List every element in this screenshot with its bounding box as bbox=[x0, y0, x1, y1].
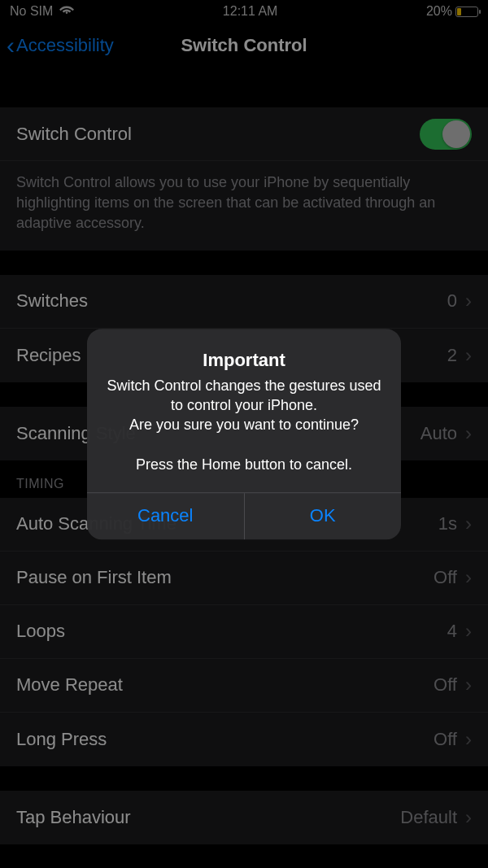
page-title: Switch Control bbox=[181, 35, 307, 56]
chevron-left-icon: ‹ bbox=[7, 33, 15, 58]
loops-row[interactable]: Loops 4 › bbox=[0, 605, 488, 659]
alert-title: Important bbox=[105, 350, 383, 371]
long-press-value: Off bbox=[434, 729, 457, 750]
tap-behaviour-label: Tap Behaviour bbox=[16, 807, 131, 828]
switches-row[interactable]: Switches 0 › bbox=[0, 275, 488, 329]
chevron-right-icon: › bbox=[465, 566, 472, 589]
toggle-knob bbox=[442, 120, 470, 148]
switch-control-row[interactable]: Switch Control bbox=[0, 107, 488, 161]
tap-behaviour-value: Default bbox=[400, 807, 457, 828]
battery-icon bbox=[455, 7, 478, 17]
clock: 12:11 AM bbox=[223, 4, 278, 19]
recipes-label: Recipes bbox=[16, 345, 81, 366]
switches-value: 0 bbox=[447, 290, 457, 312]
carrier-label: No SIM bbox=[10, 4, 53, 19]
tap-behaviour-row[interactable]: Tap Behaviour Default › bbox=[0, 791, 488, 844]
chevron-right-icon: › bbox=[465, 513, 472, 535]
pause-first-item-label: Pause on First Item bbox=[16, 567, 172, 588]
chevron-right-icon: › bbox=[465, 422, 472, 445]
back-button[interactable]: ‹ Accessibility bbox=[7, 33, 114, 58]
pause-first-item-value: Off bbox=[434, 567, 457, 588]
chevron-right-icon: › bbox=[465, 344, 472, 367]
chevron-right-icon: › bbox=[465, 620, 472, 643]
back-label: Accessibility bbox=[16, 35, 114, 56]
move-repeat-value: Off bbox=[434, 674, 457, 696]
loops-value: 4 bbox=[447, 621, 457, 642]
alert-message: Switch Control changes the gestures used… bbox=[105, 376, 383, 474]
auto-scanning-time-value: 1s bbox=[438, 513, 457, 534]
cancel-button[interactable]: Cancel bbox=[87, 493, 245, 539]
switches-label: Switches bbox=[16, 290, 88, 312]
long-press-label: Long Press bbox=[16, 729, 107, 750]
nav-bar: ‹ Accessibility Switch Control bbox=[0, 23, 488, 68]
tap-group: Tap Behaviour Default › bbox=[0, 791, 488, 844]
chevron-right-icon: › bbox=[465, 674, 472, 696]
ok-button[interactable]: OK bbox=[245, 493, 402, 539]
status-bar: No SIM 12:11 AM 20% bbox=[0, 0, 488, 23]
switch-control-description: Switch Control allows you to use your iP… bbox=[0, 161, 488, 251]
move-repeat-row[interactable]: Move Repeat Off › bbox=[0, 659, 488, 713]
chevron-right-icon: › bbox=[465, 290, 472, 312]
switch-control-label: Switch Control bbox=[16, 124, 132, 145]
chevron-right-icon: › bbox=[465, 806, 472, 829]
long-press-row[interactable]: Long Press Off › bbox=[0, 713, 488, 766]
switch-control-group: Switch Control Switch Control allows you… bbox=[0, 107, 488, 251]
battery-percent: 20% bbox=[426, 4, 452, 19]
scanning-style-value: Auto bbox=[420, 423, 457, 444]
alert-dialog: Important Switch Control changes the ges… bbox=[87, 329, 401, 539]
move-repeat-label: Move Repeat bbox=[16, 674, 123, 696]
recipes-value: 2 bbox=[447, 345, 457, 366]
wifi-icon bbox=[59, 4, 74, 19]
pause-first-item-row[interactable]: Pause on First Item Off › bbox=[0, 552, 488, 605]
switch-control-toggle[interactable] bbox=[420, 119, 472, 150]
chevron-right-icon: › bbox=[465, 728, 472, 751]
loops-label: Loops bbox=[16, 621, 65, 642]
